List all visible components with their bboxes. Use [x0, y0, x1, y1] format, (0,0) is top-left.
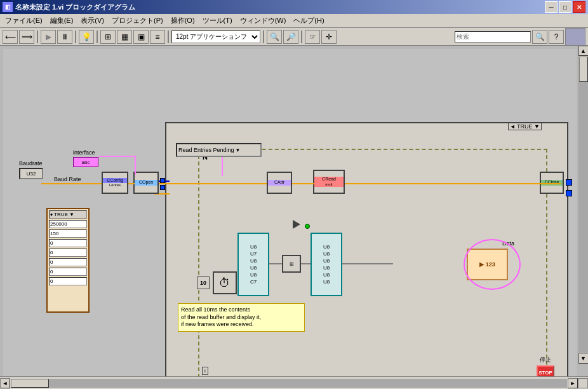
- scroll-track-v[interactable]: [579, 57, 588, 353]
- toolbar-btn6[interactable]: ▦: [117, 30, 132, 44]
- search-area: 🔍 ?: [455, 28, 585, 46]
- cattrib-subvi[interactable]: CAttr: [267, 172, 292, 194]
- case-true-label[interactable]: ◄ TRUE ▼: [508, 123, 542, 130]
- toolbar-run[interactable]: ▶: [41, 30, 56, 44]
- wire-cluster-mid: [269, 263, 282, 264]
- scrollbar-vertical[interactable]: ▲ ▼: [578, 46, 588, 364]
- comment-box: Read all 10ms the contents of the read b…: [178, 303, 305, 332]
- wire-h-orange-2: [128, 183, 135, 184]
- menu-bar: ファイル(E) 編集(E) 表示(V) プロジェクト(P) 操作(O) ツール(…: [0, 14, 588, 28]
- ub-cluster-right: U8U8U8U8U8U8: [311, 233, 342, 296]
- val-250000[interactable]: 250000: [49, 220, 87, 228]
- canvas-area[interactable]: ◄ TRUE ▼ i N i: [0, 46, 588, 376]
- terminal-left-2: [160, 185, 165, 190]
- toolbar-pause[interactable]: ⏸: [57, 30, 72, 44]
- toolbar-separator-6: [301, 31, 302, 43]
- scrollbar-horizontal[interactable]: ◄ ►: [0, 378, 578, 388]
- baudrate-label: Baudrate: [19, 160, 43, 167]
- menu-file[interactable]: ファイル(E): [1, 15, 46, 27]
- left-cluster[interactable]: ♦TRUE▼ 250000 150 0 0 0 0 0: [46, 208, 90, 313]
- lv-canvas[interactable]: ◄ TRUE ▼ i N i: [3, 49, 577, 376]
- ub-cluster-left: U8U7U8U8U8C7: [237, 233, 269, 296]
- baudrate-label-group: Baudrate U32: [19, 160, 43, 179]
- toolbar-separator-2: [75, 31, 76, 43]
- scroll-thumb-v[interactable]: [579, 57, 588, 82]
- menu-project[interactable]: プロジェクト(P): [108, 15, 167, 27]
- wire-h-orange-4: [292, 183, 314, 184]
- triangle-icon: [293, 220, 300, 229]
- toolbar-btn5[interactable]: ⊞: [100, 30, 116, 44]
- terminal-left-1: [160, 178, 165, 183]
- interface-group: interface abc: [73, 149, 98, 167]
- mid-block: ⊞: [282, 255, 301, 273]
- toolbar-cursor[interactable]: ✛: [321, 30, 337, 44]
- window-icon: ◧: [3, 2, 13, 12]
- wire-mid-right: [301, 263, 311, 264]
- pink-oval: [464, 239, 521, 290]
- toolbar-forward[interactable]: ⟹: [19, 30, 34, 44]
- scroll-down-button[interactable]: ▼: [578, 353, 589, 364]
- wire-h-orange-1: [41, 183, 102, 184]
- search-button[interactable]: 🔍: [532, 30, 547, 44]
- terminal-right-mid: [566, 190, 572, 196]
- menu-edit[interactable]: 編集(E): [46, 15, 77, 27]
- menu-window[interactable]: ウィンドウ(W): [236, 15, 290, 27]
- help-button[interactable]: ?: [549, 30, 564, 44]
- val-0-4[interactable]: 0: [49, 268, 87, 276]
- corner-icon: [565, 28, 585, 46]
- toolbar-bulb[interactable]: 💡: [79, 30, 94, 44]
- main-area: ◄ TRUE ▼ i N i: [0, 46, 588, 376]
- wire-to-data: [342, 263, 393, 264]
- timer-value: 10: [197, 276, 210, 289]
- font-select[interactable]: 12pt アプリケーションフォント: [171, 31, 260, 43]
- scroll-thumb-h[interactable]: [11, 379, 49, 388]
- menu-tools[interactable]: ツール(T): [199, 15, 236, 27]
- read-entries-dropdown[interactable]: Read Entries Pending ▼: [176, 143, 262, 157]
- toolbar-zoom-in[interactable]: 🔎: [283, 30, 298, 44]
- scroll-left-button[interactable]: ◄: [0, 378, 10, 388]
- toolbar-btn8[interactable]: ≡: [150, 30, 165, 44]
- wire-h-orange-5: [345, 183, 561, 184]
- abc-control[interactable]: abc: [73, 157, 98, 167]
- frame-indicator-inner: i: [202, 367, 208, 375]
- toolbar-back[interactable]: ⟵: [3, 30, 18, 44]
- maximize-button[interactable]: □: [559, 1, 571, 13]
- true-dropdown[interactable]: ♦TRUE▼: [49, 210, 87, 219]
- toolbar-hand[interactable]: ☞: [305, 30, 320, 44]
- scroll-track-h[interactable]: [11, 379, 567, 388]
- u32-control[interactable]: U32: [19, 168, 43, 179]
- toolbar-btn7[interactable]: ▣: [133, 30, 149, 44]
- cread-subvi[interactable]: CRead mult: [313, 170, 345, 194]
- toolbar-separator-1: [37, 31, 38, 43]
- menu-view[interactable]: 表示(V): [77, 15, 108, 27]
- wire-pink-v1: [135, 156, 136, 175]
- wire-pink-1: [98, 156, 135, 157]
- copen-subvi[interactable]: COpen: [133, 172, 159, 194]
- scroll-right-button[interactable]: ►: [568, 378, 578, 388]
- green-connector: [305, 224, 310, 229]
- val-150[interactable]: 150: [49, 229, 87, 238]
- config-subvi[interactable]: CConfig Lentes: [102, 172, 128, 194]
- title-bar: ◧ 名称未設定 1.vi ブロックダイアグラム ─ □ ✕: [0, 0, 588, 14]
- wire-h-orange-3: [159, 183, 267, 184]
- menu-help[interactable]: ヘルプ(H): [290, 15, 328, 27]
- terminal-right-top: [566, 179, 572, 186]
- stop-label: 停止: [540, 356, 551, 364]
- val-0-3[interactable]: 0: [49, 258, 87, 266]
- wire-pink-v2: [222, 157, 223, 176]
- window-title: 名称未設定 1.vi ブロックダイアグラム: [15, 3, 135, 12]
- minimize-button[interactable]: ─: [545, 1, 558, 13]
- menu-operate[interactable]: 操作(O): [167, 15, 199, 27]
- toolbar-zoom-out[interactable]: 🔍: [267, 30, 282, 44]
- search-input[interactable]: [455, 31, 531, 43]
- stop-button[interactable]: STOP: [537, 365, 554, 376]
- timer-icon: ⏱: [213, 271, 237, 294]
- close-button[interactable]: ✕: [573, 1, 585, 13]
- scroll-up-button[interactable]: ▲: [578, 46, 589, 56]
- stop-area: 停止 STOP: [537, 356, 554, 376]
- val-0-1[interactable]: 0: [49, 239, 87, 247]
- val-0-2[interactable]: 0: [49, 249, 87, 257]
- val-0-5[interactable]: 0: [49, 277, 87, 285]
- toolbar: ⟵ ⟹ ▶ ⏸ 💡 ⊞ ▦ ▣ ≡ 12pt アプリケーションフォント 🔍 🔎 …: [0, 28, 588, 46]
- toolbar-separator-5: [263, 31, 264, 43]
